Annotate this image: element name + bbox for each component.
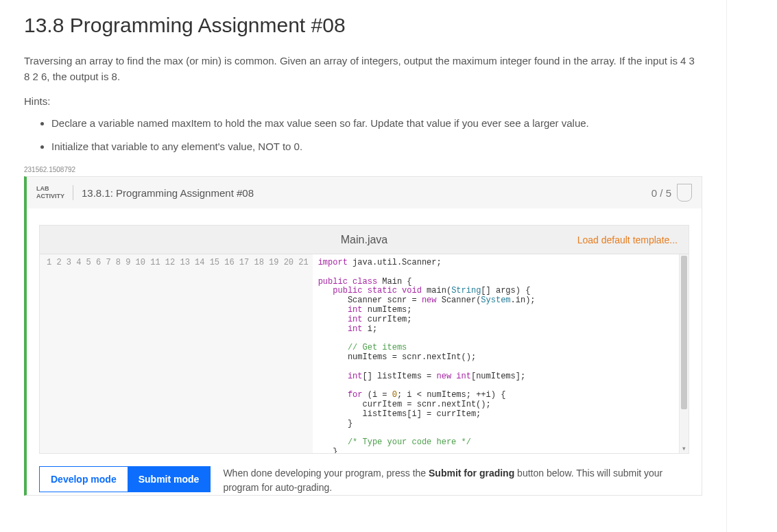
editor-tab-bar: Main.java Load default template... [40,226,689,254]
scrollbar[interactable]: ▴ ▾ [679,254,689,453]
mode-row: Develop mode Submit mode When done devel… [27,454,702,495]
assignment-description: Traversing an array to find the max (or … [24,53,702,84]
page-meta-id: 231562.1508792 [24,166,702,173]
lab-title: 13.8.1: Programming Assignment #08 [82,187,652,199]
editor-filename: Main.java [341,234,387,246]
hints-list: Declare a variable named maxItem to hold… [51,115,702,155]
badge-icon [677,184,692,202]
mode-toggle: Develop mode Submit mode [39,466,211,492]
list-item: Initialize that variable to any element'… [51,138,702,155]
code-content[interactable]: import java.util.Scanner; public class M… [313,254,679,453]
load-default-template-link[interactable]: Load default template... [577,234,678,245]
develop-mode-button[interactable]: Develop mode [40,467,128,492]
lab-score: 0 / 5 [652,187,671,199]
page-title: 13.8 Programming Assignment #08 [24,14,702,37]
scroll-thumb[interactable] [681,256,687,409]
line-number-gutter: 1 2 3 4 5 6 7 8 9 10 11 12 13 14 15 16 1… [40,254,313,453]
hints-label: Hints: [24,95,702,107]
list-item: Declare a variable named maxItem to hold… [51,115,702,132]
lab-activity-tag: LABACTIVITY [36,185,73,200]
scroll-down-icon[interactable]: ▾ [680,444,689,453]
lab-activity-block: LABACTIVITY 13.8.1: Programming Assignme… [24,176,702,496]
code-editor[interactable]: 1 2 3 4 5 6 7 8 9 10 11 12 13 14 15 16 1… [40,254,689,453]
lab-header: LABACTIVITY 13.8.1: Programming Assignme… [27,177,702,208]
mode-description: When done developing your program, press… [223,466,689,495]
submit-mode-button[interactable]: Submit mode [128,467,211,492]
code-editor-card: Main.java Load default template... 1 2 3… [39,225,689,454]
